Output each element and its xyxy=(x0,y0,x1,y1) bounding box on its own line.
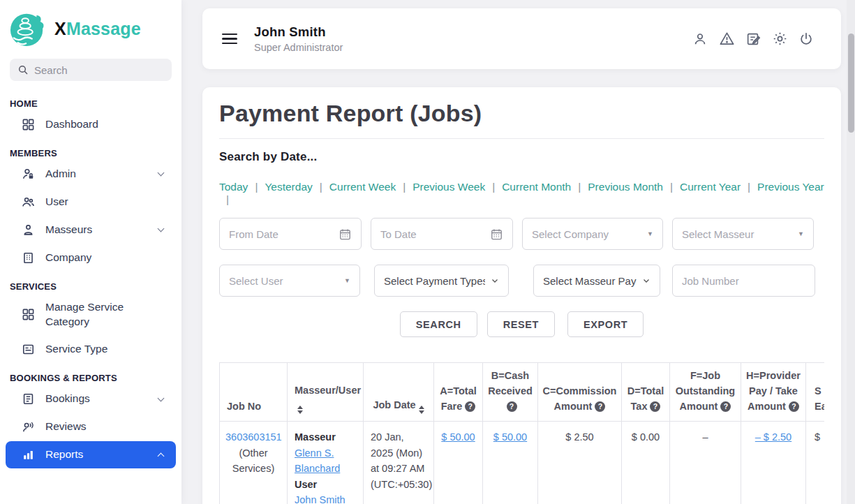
chevron-down-icon xyxy=(642,276,650,285)
select-company-value: Select Company xyxy=(532,228,609,240)
col-total-tax[interactable]: D=Total Tax? xyxy=(622,363,670,422)
sidebar-item-dashboard[interactable]: Dashboard xyxy=(6,111,176,138)
col-job-date[interactable]: Job Date xyxy=(364,363,434,422)
select-payment-types-value: Select Payment Types xyxy=(384,275,485,287)
select-masseur-value: Select Masseur xyxy=(682,228,754,240)
sort-icon[interactable] xyxy=(419,406,424,414)
user-label: User xyxy=(295,479,317,490)
sidebar-item-bookings[interactable]: Bookings xyxy=(6,385,176,413)
settings-gear-icon[interactable] xyxy=(771,31,788,47)
col-commission[interactable]: C=Commission Amount? xyxy=(538,363,622,422)
separator: | xyxy=(320,181,322,193)
sidebar-item-service-type[interactable]: Service Type xyxy=(6,336,176,363)
reports-chart-icon xyxy=(21,448,35,462)
select-company-dropdown[interactable]: Select Company ▼ xyxy=(522,218,663,250)
select-user-dropdown[interactable]: Select User ▼ xyxy=(219,265,360,297)
help-icon[interactable]: ? xyxy=(650,401,660,412)
brand-logo[interactable]: XMassage xyxy=(0,0,181,54)
sidebar-search[interactable] xyxy=(10,59,172,81)
col-masseur-user[interactable]: Masseur/User xyxy=(288,363,364,422)
select-masseur-dropdown[interactable]: Select Masseur ▼ xyxy=(672,218,814,250)
users-icon xyxy=(21,195,35,209)
profile-icon[interactable] xyxy=(692,31,708,47)
cell-total-fare: $ 50.00 xyxy=(434,422,483,504)
select-payment-types-dropdown[interactable]: Select Payment Types xyxy=(374,265,509,297)
chevron-down-icon: ▼ xyxy=(798,230,804,237)
select-masseur-payment-dropdown[interactable]: Select Masseur Payme xyxy=(533,265,660,297)
provider-pay-link[interactable]: – $ 2.50 xyxy=(755,431,791,443)
brand-x: X xyxy=(54,19,66,38)
cell-masseur-user: Masseur Glenn S. Blanchard User John Smi… xyxy=(288,422,364,504)
sidebar-item-label: Bookings xyxy=(45,392,148,406)
separator: | xyxy=(578,181,581,193)
calendar-icon xyxy=(490,228,503,241)
from-date-input[interactable] xyxy=(229,228,339,240)
sidebar: XMassage HOME Dashboard MEMBERS Admin Us… xyxy=(0,0,181,504)
total-fare-link[interactable]: $ 50.00 xyxy=(441,431,475,443)
sidebar-item-user[interactable]: User xyxy=(6,188,176,216)
sidebar-item-manage-service-category[interactable]: Manage Service Category xyxy=(6,294,176,336)
job-number-field[interactable] xyxy=(672,265,815,297)
link-previous-week[interactable]: Previous Week xyxy=(412,181,485,193)
separator: | xyxy=(492,181,495,193)
to-date-input[interactable] xyxy=(380,228,490,240)
power-icon[interactable] xyxy=(798,31,815,47)
building-icon xyxy=(21,251,35,265)
sidebar-item-masseurs[interactable]: Masseurs xyxy=(6,216,176,244)
sidebar-item-admin[interactable]: Admin xyxy=(6,161,176,188)
job-number-link[interactable]: 3603603151 xyxy=(225,431,282,443)
sidebar-item-label: Reports xyxy=(45,447,148,462)
link-today[interactable]: Today xyxy=(219,181,248,193)
masseur-link[interactable]: Glenn S. Blanchard xyxy=(295,447,340,474)
col-job-no[interactable]: Job No xyxy=(220,363,288,422)
help-icon[interactable]: ? xyxy=(595,401,605,412)
sidebar-item-label: Company xyxy=(45,251,166,265)
form-edit-icon[interactable] xyxy=(745,31,761,47)
help-icon[interactable]: ? xyxy=(507,401,517,412)
export-button[interactable]: EXPORT xyxy=(567,311,644,337)
brand-massage: Massage xyxy=(66,19,141,38)
help-icon[interactable]: ? xyxy=(465,401,475,412)
from-date-field[interactable] xyxy=(219,218,362,250)
table-row: 3603603151(Other Services) Masseur Glenn… xyxy=(220,422,825,504)
col-cash-received[interactable]: B=Cash Received? xyxy=(483,363,538,422)
col-outstanding[interactable]: F=Job Outstanding Amount? xyxy=(670,363,741,422)
cell-earning-clipped: $ xyxy=(806,422,825,504)
help-icon[interactable]: ? xyxy=(789,401,799,412)
search-input[interactable] xyxy=(34,64,164,76)
col-total-fare[interactable]: A=Total Fare? xyxy=(434,363,483,422)
user-name: John Smith xyxy=(254,24,343,40)
page-title: Payment Report (Jobs) xyxy=(219,100,824,127)
col-provider-pay[interactable]: H=Provider Pay / Take Amount? xyxy=(741,363,806,422)
sidebar-item-label: Reviews xyxy=(45,420,166,434)
current-user[interactable]: John Smith Super Administrator xyxy=(254,24,343,53)
search-button[interactable]: SEARCH xyxy=(400,311,477,337)
reviews-icon xyxy=(21,420,35,434)
help-icon[interactable]: ? xyxy=(720,401,731,412)
menu-toggle-icon[interactable] xyxy=(222,34,237,45)
date-quick-links: Today| Yesterday| Current Week| Previous… xyxy=(219,181,824,206)
link-current-year[interactable]: Current Year xyxy=(680,181,741,193)
job-number-input[interactable] xyxy=(682,275,805,287)
sort-icon[interactable] xyxy=(297,406,303,414)
col-earning-clipped[interactable]: SEar xyxy=(806,363,825,422)
cell-job-no: 3603603151(Other Services) xyxy=(220,422,288,504)
cash-received-link[interactable]: $ 50.00 xyxy=(493,431,527,443)
to-date-field[interactable] xyxy=(371,218,513,250)
sidebar-item-reports[interactable]: Reports xyxy=(6,441,176,468)
sidebar-item-reviews[interactable]: Reviews xyxy=(6,413,176,440)
chevron-down-icon xyxy=(158,170,165,177)
link-previous-month[interactable]: Previous Month xyxy=(588,181,663,193)
link-yesterday[interactable]: Yesterday xyxy=(265,181,312,193)
user-link[interactable]: John Smith xyxy=(295,494,345,504)
sidebar-item-company[interactable]: Company xyxy=(6,244,176,272)
link-current-week[interactable]: Current Week xyxy=(329,181,396,193)
scrollbar-thumb[interactable] xyxy=(848,34,854,133)
alert-icon[interactable] xyxy=(718,31,735,47)
link-previous-year[interactable]: Previous Year xyxy=(757,181,824,193)
reset-button[interactable]: RESET xyxy=(487,311,555,337)
link-current-month[interactable]: Current Month xyxy=(502,181,571,193)
chevron-down-icon: ▼ xyxy=(647,230,653,237)
top-bar: John Smith Super Administrator xyxy=(202,8,841,69)
page-scrollbar[interactable] xyxy=(847,0,855,504)
